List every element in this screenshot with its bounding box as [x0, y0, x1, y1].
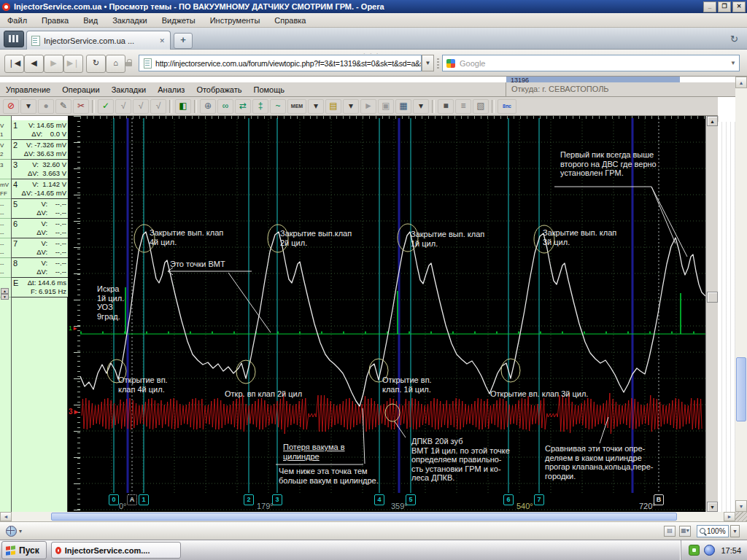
resize-grip[interactable]: [735, 512, 747, 521]
search-input[interactable]: Google ▼: [442, 55, 740, 71]
scope-marker-1[interactable]: 1: [139, 494, 149, 505]
grid-abc-icon[interactable]: ▦: [395, 99, 411, 114]
start-button[interactable]: Пуск: [1, 541, 47, 559]
scroll-left-icon[interactable]: ◄: [0, 512, 12, 521]
record-stop-icon[interactable]: ⊘: [3, 99, 19, 114]
images-toggle-icon[interactable]: ▦▾: [679, 526, 691, 537]
binoculars-icon[interactable]: ∞: [217, 99, 233, 114]
taskbar-item-opera[interactable]: InjectorService.com....: [51, 542, 181, 559]
menu-3[interactable]: Закладки: [105, 15, 155, 26]
compare-icon[interactable]: ⇄: [235, 99, 251, 114]
fit-page-icon[interactable]: ▤: [664, 526, 676, 537]
user-ps-icon[interactable]: 8пс: [498, 99, 516, 114]
url-text: http://injectorservice.com.ua/forum/view…: [155, 59, 421, 68]
scope-marker-А[interactable]: А: [127, 494, 137, 505]
tab-injectorservice[interactable]: InjectorService.com.ua ... ✕: [26, 31, 171, 50]
menu-4[interactable]: Виджеты: [155, 15, 203, 26]
search-dropdown-icon[interactable]: ▼: [730, 60, 736, 66]
scope-menu-3[interactable]: Анализ: [152, 84, 190, 96]
back-button[interactable]: ◀: [24, 55, 44, 73]
scope-menu-4[interactable]: Отображать: [190, 84, 247, 96]
scope-menu-2[interactable]: Закладки: [106, 84, 152, 96]
tray-update-icon[interactable]: [704, 545, 715, 556]
horizontal-scroll-thumb[interactable]: [51, 513, 677, 521]
menu-6[interactable]: Справка: [267, 15, 313, 26]
home-button[interactable]: ⌂: [106, 55, 125, 73]
scope-menu-0[interactable]: Управление: [0, 84, 56, 96]
channel3-zero-marker[interactable]: 3►: [69, 408, 80, 416]
scope-marker-4[interactable]: 4: [374, 494, 384, 505]
vertical-scrollbar[interactable]: ▲ ▼: [735, 77, 747, 512]
fit-wave-icon[interactable]: ~: [270, 99, 286, 114]
maximize-button[interactable]: ❐: [718, 1, 731, 12]
mem-dropdown[interactable]: ▾: [308, 99, 324, 114]
scope-marker-3[interactable]: 3: [272, 494, 282, 505]
vertical-scroll-thumb[interactable]: [736, 357, 746, 421]
menu-0[interactable]: Файл: [0, 15, 34, 26]
scope-scrollbar[interactable]: ▲ ▼: [705, 116, 719, 512]
menu-5[interactable]: Инструменты: [203, 15, 268, 26]
channel1-zero-marker[interactable]: 1►: [69, 324, 78, 332]
url-field[interactable]: http://injectorservice.com.ua/forum/view…: [139, 55, 422, 71]
horizontal-scrollbar[interactable]: ◄ ►: [0, 512, 735, 521]
close-table-icon[interactable]: ▧: [473, 99, 489, 114]
grid-dropdown[interactable]: ▾: [413, 99, 429, 114]
degree-label: 0°: [119, 502, 127, 510]
scope-scroll-thumb[interactable]: [707, 292, 718, 303]
scroll-right-icon[interactable]: ►: [724, 512, 735, 521]
check-run-icon[interactable]: √: [150, 99, 166, 114]
play-memory-icon[interactable]: ►: [360, 99, 376, 114]
edit-signal-icon[interactable]: ✎: [55, 99, 71, 114]
tab-label: InjectorService.com.ua ...: [44, 36, 134, 45]
scroll-down-icon[interactable]: ▼: [735, 500, 747, 512]
open-memory-icon[interactable]: ▤: [325, 99, 341, 114]
record-dropdown[interactable]: ▾: [20, 99, 36, 114]
close-button[interactable]: ✕: [732, 1, 746, 12]
cut-icon[interactable]: ✂: [73, 99, 89, 114]
globe-dropdown-icon[interactable]: ▾: [19, 528, 22, 534]
scope-scroll-up-icon[interactable]: ▲: [707, 116, 718, 126]
menu-2[interactable]: Вид: [76, 15, 105, 26]
sync-icon[interactable]: ↻: [730, 34, 738, 44]
scope-scroll-down-icon[interactable]: ▼: [707, 502, 718, 512]
tab-close-icon[interactable]: ✕: [159, 37, 165, 44]
list-icon[interactable]: ≡: [455, 99, 471, 114]
scope-marker-0[interactable]: 0: [109, 494, 119, 505]
url-dropdown-button[interactable]: ▼: [422, 55, 434, 71]
new-tab-button[interactable]: +: [174, 33, 193, 49]
reload-button[interactable]: ↻: [86, 55, 106, 73]
scope-annotation-8: Открытие вп. клап 4й цил.: [118, 376, 168, 394]
check-wave-icon[interactable]: √: [133, 99, 149, 114]
open-dropdown[interactable]: ▾: [343, 99, 359, 114]
forward-button[interactable]: ▶: [44, 55, 63, 73]
invert-colors-icon[interactable]: ◧: [175, 99, 191, 114]
mem-icon[interactable]: MEM: [287, 99, 306, 114]
sphere-icon[interactable]: ●: [38, 99, 54, 114]
toolbar-separator: [432, 100, 435, 113]
accept-icon[interactable]: ✓: [98, 99, 114, 114]
tray-messenger-icon[interactable]: [689, 545, 700, 556]
scope-menu-1[interactable]: Операции: [56, 84, 105, 96]
copy-memory-icon[interactable]: ▣: [378, 99, 394, 114]
menu-1[interactable]: Правка: [34, 15, 76, 26]
scroll-up-icon[interactable]: ▲: [735, 77, 747, 88]
cut-column-fragment: -- --: [0, 199, 11, 219]
value-stepper[interactable]: ▲▼: [1, 288, 9, 300]
scope-menu-5[interactable]: Помощь: [248, 84, 291, 96]
oscilloscope-screen[interactable]: Закрытие вып. клап 4й цил.Это точки ВМТЗ…: [80, 116, 705, 512]
scope-marker-6[interactable]: 6: [503, 494, 514, 505]
zoom-dropdown-icon[interactable]: ▼: [730, 525, 740, 537]
panels-toggle-button[interactable]: [4, 31, 24, 47]
scope-marker-7[interactable]: 7: [534, 494, 544, 505]
scope-annotation-1: Закрытие вып. клап 4й цил.: [150, 228, 223, 246]
scope-marker-2[interactable]: 2: [244, 494, 254, 505]
panel-toggle-icon[interactable]: ■: [438, 99, 454, 114]
zoom-signal-icon[interactable]: ⊕: [200, 99, 216, 114]
minimize-button[interactable]: _: [703, 1, 716, 12]
forward-end-button[interactable]: ▶❘: [63, 55, 83, 73]
marker-lines-icon[interactable]: ‡: [252, 99, 268, 114]
back-to-start-button[interactable]: ❘◀: [4, 55, 24, 73]
globe-icon[interactable]: [6, 526, 17, 537]
check-add-icon[interactable]: √: [115, 99, 131, 114]
zoom-control[interactable]: 100%: [697, 525, 729, 537]
